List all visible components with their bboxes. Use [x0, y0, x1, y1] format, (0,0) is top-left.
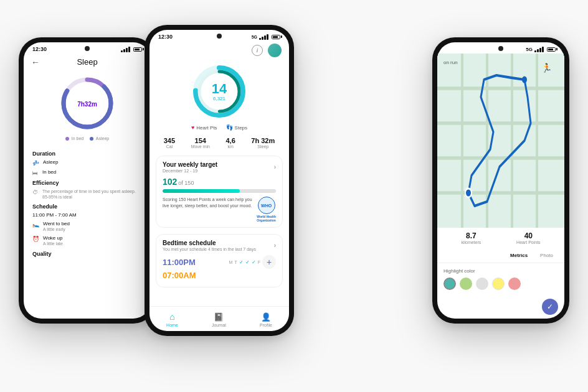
sleep-header: ← Sleep	[24, 54, 151, 70]
efficiency-icon: ⏱	[32, 189, 39, 195]
status-icons-left	[121, 47, 142, 52]
went-to-bed-icon: 🛌	[32, 222, 39, 228]
stat-km-label: km	[225, 144, 235, 149]
run-heart-value: 40	[516, 231, 541, 240]
stat-cal-value: 345	[164, 137, 175, 144]
bedtime-night-row: 11:00PM M T ✓ ✓ ✓ F +	[163, 255, 276, 269]
add-bedtime-button[interactable]: +	[262, 255, 276, 269]
sleep-circle-area: 7h32m	[24, 70, 151, 134]
efficiency-desc: The percentage of time in bed you spent …	[42, 189, 142, 200]
who-badge: WHO World HealthOrganization	[257, 197, 276, 222]
back-button[interactable]: ←	[31, 57, 40, 67]
color-yellow[interactable]	[492, 278, 505, 290]
bottom-nav: ⌂ Home 📓 Journal 👤 Profile	[149, 306, 289, 331]
run-km-label: kilometers	[461, 240, 481, 245]
stat-move: 154 Move min	[191, 137, 210, 149]
bedtime-times: 11:00PM M T ✓ ✓ ✓ F + 07:00AM	[163, 255, 276, 280]
progress-total: of 150	[178, 180, 194, 186]
who-text: World HealthOrganization	[257, 215, 276, 222]
nav-profile[interactable]: 👤 Profile	[260, 312, 272, 327]
right-phone: 12:30 5G	[432, 37, 569, 324]
metrics-tab[interactable]: Metrics	[504, 251, 534, 260]
ring-area: 14 6,321	[149, 60, 289, 122]
main-ring: 14 6,321	[191, 63, 247, 119]
sleep-legend: In bed Asleep	[24, 134, 151, 143]
profile-nav-label: Profile	[260, 323, 272, 327]
camera-center	[217, 34, 222, 39]
map-overlay-label: on run	[443, 60, 458, 65]
time-left: 12:30	[32, 46, 47, 52]
schedule-time: 11:00 PM - 7:00 AM	[32, 212, 77, 218]
bedtime-days: M T ✓ ✓ ✓ F +	[229, 255, 276, 269]
ring-main-number: 14	[212, 82, 227, 96]
bedtime-morning-row: 07:00AM	[163, 271, 276, 280]
progress-area: 102 of 150	[163, 177, 276, 193]
asleep-icon: 💤	[32, 160, 39, 166]
check-mark-3: ✓	[252, 259, 256, 265]
quality-header: Quality	[32, 251, 142, 257]
steps-icon: 👣	[226, 124, 233, 131]
nav-home[interactable]: ⌂ Home	[166, 312, 178, 327]
svg-rect-7	[437, 54, 564, 228]
avatar[interactable]	[268, 44, 282, 57]
progress-bar-fill	[163, 189, 240, 193]
stat-km-value: 4,6	[225, 137, 235, 144]
sleep-time-main: 7h32m	[77, 98, 97, 109]
weekly-target-card: Your weekly target December 12 - 19 › 10…	[156, 156, 283, 228]
bedtime-card: Bedtime schedule You met your schedule 4…	[156, 234, 283, 287]
check-mark-2: ✓	[245, 259, 250, 265]
efficiency-row: ⏱ The percentage of time in bed you spen…	[32, 189, 142, 200]
color-green[interactable]	[460, 278, 472, 290]
stat-move-value: 154	[191, 137, 210, 144]
steps-tab[interactable]: 👣 Steps	[226, 124, 247, 131]
color-circles	[443, 278, 558, 290]
bedtime-title: Bedtime schedule	[163, 240, 256, 246]
card-desc: Scoring 150 Heart Points a week can help…	[163, 197, 257, 209]
color-gray[interactable]	[476, 278, 488, 290]
went-to-bed-desc: A little early	[43, 226, 70, 232]
sleep-title: Sleep	[77, 57, 97, 67]
ring-center: 14 6,321	[212, 82, 227, 101]
weekly-target-header: Your weekly target December 12 - 19 ›	[163, 161, 276, 173]
stat-cal: 345 Cal	[164, 137, 175, 149]
color-teal[interactable]	[443, 278, 456, 290]
stat-move-label: Move min	[191, 144, 210, 149]
map-screen: 12:30 5G	[437, 42, 564, 319]
journal-nav-icon: 📓	[214, 312, 224, 322]
run-km-value: 8.7	[461, 231, 481, 240]
sleep-time-display: 7h32m	[77, 98, 97, 109]
svg-point-16	[522, 76, 527, 83]
legend-asleep: Asleep	[90, 136, 109, 141]
info-icon[interactable]: i	[252, 45, 263, 56]
activity-tabs: ♥ Heart Pts 👣 Steps	[149, 122, 289, 133]
run-stats-row: 8.7 kilometers 40 Heart Points	[437, 228, 564, 248]
right-tabs: Metrics Photo	[437, 248, 564, 263]
schedule-time-row: 11:00 PM - 7:00 AM	[32, 212, 142, 218]
sleep-ring: 7h32m	[59, 75, 115, 131]
profile-nav-icon: 👤	[261, 312, 271, 322]
bedtime-chevron-icon[interactable]: ›	[274, 242, 276, 249]
map-roads-svg	[437, 54, 564, 228]
heart-pts-tab[interactable]: ♥ Heart Pts	[191, 124, 217, 131]
photo-tab[interactable]: Photo	[534, 251, 559, 260]
stat-sleep: 7h 32m Sleep	[251, 137, 275, 149]
confirm-button[interactable]: ✓	[542, 299, 558, 315]
asleep-row: 💤 Asleep	[32, 159, 142, 166]
schedule-header: Schedule	[32, 203, 142, 210]
chevron-right-icon[interactable]: ›	[274, 164, 276, 170]
bed-icon: 🛏	[32, 170, 39, 176]
run-heart-label: Heart Points	[516, 240, 541, 245]
weekly-target-title: Your weekly target	[163, 161, 217, 168]
check-mark-1: ✓	[239, 259, 244, 265]
color-pink[interactable]	[508, 278, 521, 290]
bedtime-night-time: 11:00PM	[163, 258, 196, 267]
woke-up-row: ⏰ Woke up A little late	[32, 235, 142, 246]
legend-in-bed: In bed	[65, 136, 83, 141]
home-nav-label: Home	[166, 323, 178, 327]
stat-cal-label: Cal	[164, 144, 175, 149]
check-overlay: ✓	[437, 295, 564, 319]
who-logo: WHO	[258, 197, 275, 214]
map-area: 🏃 on run	[437, 54, 564, 228]
nav-journal[interactable]: 📓 Journal	[212, 312, 226, 327]
left-phone: 12:30 ← Sleep	[19, 37, 156, 324]
